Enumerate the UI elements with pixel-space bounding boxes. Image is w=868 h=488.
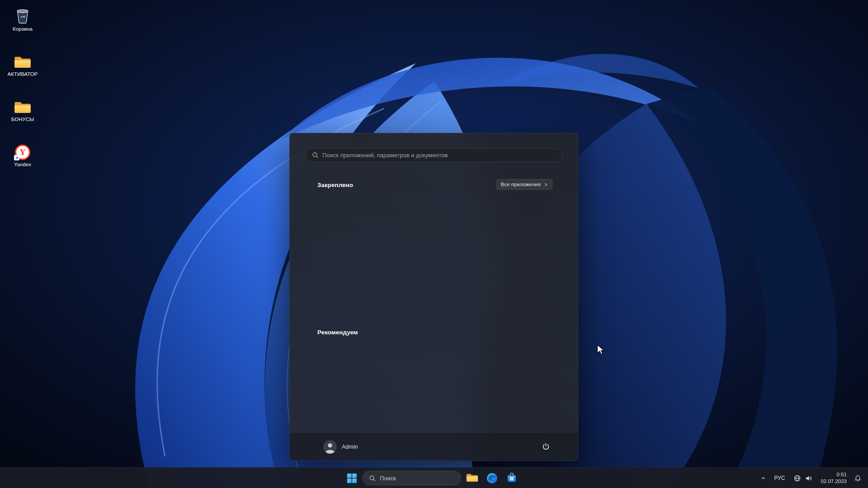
- clock-button[interactable]: 0:51 02.07.2023: [816, 469, 851, 487]
- file-explorer-icon: [466, 473, 478, 483]
- chevron-up-icon: [761, 476, 766, 481]
- search-icon: [312, 152, 319, 159]
- language-label: РУС: [774, 475, 785, 481]
- start-menu-user-bar: Admin: [290, 432, 578, 460]
- tray-time: 0:51: [821, 471, 847, 478]
- tray-overflow-button[interactable]: [757, 469, 769, 487]
- edge-browser-icon: [486, 473, 498, 484]
- file-explorer-button[interactable]: [463, 469, 481, 487]
- notification-center-button[interactable]: [851, 469, 864, 487]
- edge-browser-button[interactable]: [483, 469, 501, 487]
- network-volume-button[interactable]: [789, 469, 816, 487]
- network-globe-icon: [794, 475, 801, 482]
- all-apps-button[interactable]: Все приложения: [496, 179, 552, 190]
- desktop-icon-label: БОНУСЫ: [11, 117, 34, 122]
- user-profile-button[interactable]: Admin: [319, 438, 362, 456]
- shortcut-arrow-icon: [14, 155, 19, 160]
- taskbar-search-label: Поиск: [380, 475, 396, 482]
- recycle-bin-icon: [15, 5, 30, 24]
- folder-icon: [14, 95, 31, 115]
- windows-logo-icon: [347, 474, 357, 483]
- desktop: Корзина АКТИВАТОР БОНУСЫ Y: [0, 0, 868, 488]
- desktop-icon-label: АКТИВАТОР: [8, 71, 38, 77]
- microsoft-store-button[interactable]: [503, 469, 521, 487]
- desktop-icon-bonusy[interactable]: БОНУСЫ: [3, 95, 42, 133]
- user-avatar: [323, 440, 337, 454]
- taskbar-center: Поиск: [343, 469, 521, 487]
- chevron-right-icon: [544, 183, 548, 187]
- pinned-section-header: Закреплено: [317, 182, 353, 188]
- start-search-box[interactable]: [305, 148, 562, 162]
- yandex-browser-icon: Y: [15, 140, 30, 160]
- volume-icon: [805, 475, 812, 482]
- search-icon: [369, 475, 376, 482]
- desktop-icon-aktivator[interactable]: АКТИВАТОР: [3, 50, 42, 88]
- power-icon: [542, 443, 550, 450]
- desktop-icon-label: Корзина: [13, 26, 33, 32]
- user-name-label: Admin: [342, 444, 358, 450]
- recommended-section-header: Рекомендуем: [317, 329, 358, 336]
- language-indicator[interactable]: РУС: [769, 469, 789, 487]
- all-apps-label: Все приложения: [501, 182, 541, 187]
- start-button[interactable]: [343, 469, 361, 487]
- desktop-icon-label: Yandex: [14, 162, 31, 168]
- taskbar-search-box[interactable]: Поиск: [363, 471, 461, 485]
- microsoft-store-icon: [506, 473, 517, 483]
- folder-icon: [14, 50, 31, 70]
- system-tray: РУС 0:: [757, 469, 865, 487]
- tray-date: 02.07.2023: [821, 478, 847, 485]
- start-search-input[interactable]: [322, 152, 556, 159]
- desktop-icon-recycle-bin[interactable]: Корзина: [3, 5, 42, 42]
- desktop-icon-yandex[interactable]: Y Yandex: [3, 140, 42, 178]
- taskbar: Поиск: [0, 467, 868, 488]
- notification-bell-icon: [854, 475, 861, 482]
- start-menu: Закреплено Все приложения Рекомендуем: [289, 133, 578, 461]
- power-button[interactable]: [537, 438, 554, 455]
- desktop-icon-grid: Корзина АКТИВАТОР БОНУСЫ Y: [3, 5, 42, 178]
